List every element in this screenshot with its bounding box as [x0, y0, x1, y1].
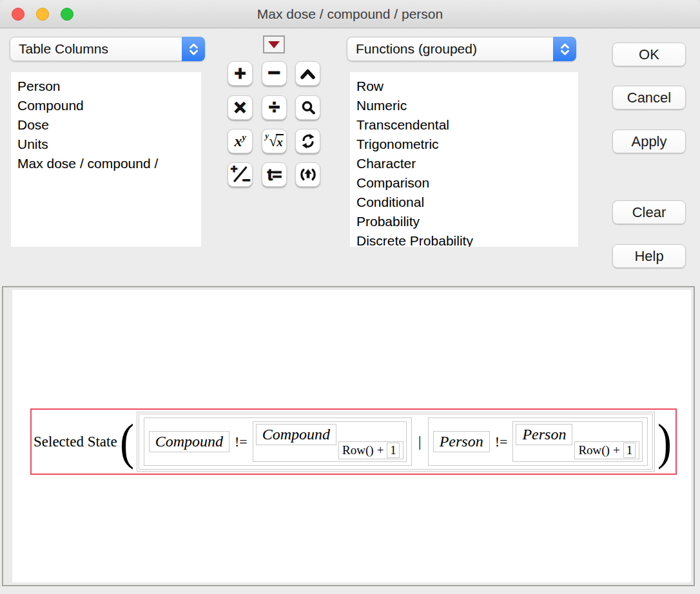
keypad-cycle-button[interactable] — [295, 129, 320, 153]
divide-icon: ÷ — [269, 96, 280, 119]
plus-operator[interactable]: + — [377, 443, 384, 457]
index-offset-value[interactable]: 1 — [387, 443, 400, 458]
or-expression-box[interactable]: Compound != Compound Row() + 1 | — [139, 414, 654, 470]
plus-icon: + — [234, 62, 246, 85]
help-button[interactable]: Help — [612, 244, 686, 268]
term-compound[interactable]: Compound — [149, 431, 229, 452]
index-offset-value[interactable]: 1 — [623, 443, 636, 458]
minimize-button[interactable] — [36, 8, 49, 21]
comparison-group-person[interactable]: Person != Person Row() + 1 — [428, 417, 648, 466]
not-equal-operator[interactable]: != — [235, 434, 248, 450]
subscript-box[interactable]: Row() + 1 — [574, 441, 639, 459]
minus-icon: − — [268, 60, 281, 85]
column-item[interactable]: Max dose / compound / — [11, 154, 201, 173]
function-group-item[interactable]: Transcendental — [350, 115, 578, 135]
open-paren: ( — [119, 422, 135, 462]
term-person-next[interactable]: Person — [516, 424, 572, 445]
indexed-term-compound[interactable]: Compound Row() + 1 — [253, 421, 407, 462]
table-columns-popup-label: Table Columns — [10, 41, 182, 57]
eject-arrow-icon — [300, 167, 316, 182]
indexed-term-person[interactable]: Person Row() + 1 — [512, 421, 643, 462]
cancel-button[interactable]: Cancel — [612, 86, 686, 110]
keypad-power-button[interactable]: xy — [228, 129, 253, 153]
t-equals-icon: t= — [267, 165, 282, 185]
keypad-root-button[interactable]: y√x — [262, 129, 287, 153]
formula-panel: Selected State ( Compound != Compound Ro… — [2, 286, 695, 586]
apply-button[interactable]: Apply — [612, 129, 686, 153]
column-item[interactable]: Compound — [11, 96, 201, 115]
function-group-item[interactable]: Conditional — [350, 193, 578, 212]
table-columns-list: Person Compound Dose Units Max dose / co… — [11, 72, 201, 247]
function-group-item[interactable]: Discrete Probability — [350, 231, 578, 247]
popup-chevrons-icon — [182, 37, 205, 61]
clear-button[interactable]: Clear — [612, 200, 686, 224]
plus-minus-icon: + − — [231, 166, 249, 183]
keypad-insert-button[interactable] — [295, 61, 320, 86]
x-power-y-icon: xy — [234, 133, 246, 150]
keypad-divide-button[interactable]: ÷ — [262, 95, 287, 120]
term-person[interactable]: Person — [433, 431, 490, 452]
function-group-item[interactable]: Numeric — [350, 96, 578, 115]
subscript-box[interactable]: Row() + 1 — [338, 441, 403, 459]
function-group-item[interactable]: Trigonometric — [350, 135, 578, 154]
or-operator[interactable]: | — [418, 433, 422, 450]
formula-label: Selected State — [34, 434, 117, 450]
not-equal-operator[interactable]: != — [495, 434, 508, 450]
window-title: Max dose / compound / person — [257, 6, 443, 22]
function-group-item[interactable]: Probability — [350, 212, 578, 231]
ok-button[interactable]: OK — [612, 43, 686, 66]
traffic-lights — [12, 8, 73, 21]
keypad-add-button[interactable]: + — [228, 61, 253, 86]
close-paren: ) — [657, 422, 672, 462]
column-item[interactable]: Person — [11, 77, 201, 96]
function-group-item[interactable]: Character — [350, 154, 578, 173]
row-function[interactable]: Row() — [578, 443, 610, 457]
function-group-item[interactable]: Row — [350, 77, 578, 96]
cycle-arrows-icon — [300, 133, 316, 149]
selected-formula-expression[interactable]: Selected State ( Compound != Compound Ro… — [30, 408, 677, 475]
keypad-unary-sign-button[interactable]: + − — [228, 162, 253, 187]
term-compound-next[interactable]: Compound — [256, 424, 336, 445]
red-triangle-icon — [268, 41, 280, 48]
functions-popup[interactable]: Functions (grouped) — [347, 37, 576, 61]
comparison-group-compound[interactable]: Compound != Compound Row() + 1 — [144, 417, 412, 466]
keypad-local-variable-button[interactable]: t= — [262, 162, 287, 187]
title-bar: Max dose / compound / person — [0, 0, 700, 28]
chevron-up-icon — [299, 66, 316, 81]
root-icon: y√x — [265, 133, 284, 150]
function-group-item[interactable]: Comparison — [350, 173, 578, 193]
popup-chevrons-icon — [553, 37, 576, 61]
loop-arrow-icon — [300, 100, 316, 116]
keypad-peel-button[interactable] — [295, 162, 320, 187]
column-item[interactable]: Units — [11, 135, 201, 154]
multiply-icon: × — [234, 95, 246, 120]
plus-operator[interactable]: + — [613, 443, 620, 457]
formula-canvas[interactable]: Selected State ( Compound != Compound Ro… — [12, 290, 691, 582]
column-item[interactable]: Dose — [11, 115, 201, 135]
keypad-switch-terms-button[interactable] — [295, 95, 320, 120]
close-button[interactable] — [12, 8, 24, 21]
functions-list: Row Numeric Transcendental Trigonometric… — [350, 72, 578, 247]
zoom-button[interactable] — [61, 8, 73, 21]
keypad-subtract-button[interactable]: − — [262, 61, 287, 86]
table-columns-popup[interactable]: Table Columns — [10, 37, 205, 61]
formula-editor-window: Max dose / compound / person Table Colum… — [0, 0, 700, 594]
keypad-multiply-button[interactable]: × — [228, 95, 253, 120]
row-function[interactable]: Row() — [342, 443, 374, 457]
formula-menu-button[interactable] — [263, 35, 285, 53]
functions-popup-label: Functions (grouped) — [347, 41, 554, 57]
